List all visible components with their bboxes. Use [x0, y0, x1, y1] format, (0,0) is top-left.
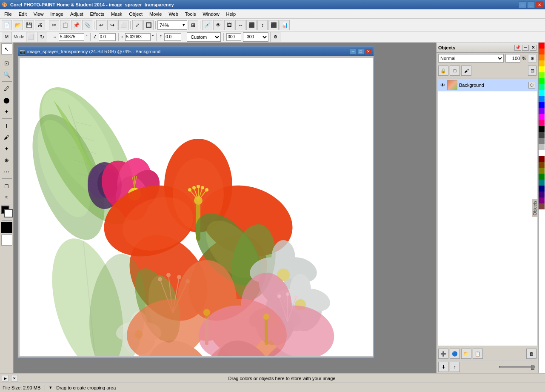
color-swatch[interactable]: [539, 90, 545, 96]
delete-layer-btn[interactable]: 🗑: [526, 349, 536, 359]
tool-selection[interactable]: ↖: [1, 43, 12, 54]
tool-print[interactable]: 🖨: [35, 20, 45, 30]
close-button[interactable]: ✕: [536, 1, 543, 8]
tool-eyedropper[interactable]: 💉: [202, 20, 212, 30]
color-swatch[interactable]: [539, 192, 545, 197]
tool-open[interactable]: 📂: [13, 20, 23, 30]
menu-mask[interactable]: Mask: [108, 9, 126, 18]
color-swatch[interactable]: [539, 60, 545, 66]
lock-transparent-btn[interactable]: □: [450, 66, 460, 76]
color-swatch[interactable]: [539, 114, 545, 120]
panel-minimize-btn[interactable]: ─: [522, 45, 529, 51]
layer-up-btn[interactable]: ↑: [450, 362, 460, 372]
maximize-button[interactable]: □: [527, 1, 535, 8]
color-swatch[interactable]: [539, 162, 545, 168]
opacity-options-btn[interactable]: ⚙: [528, 54, 536, 63]
color-swatch[interactable]: [539, 84, 545, 90]
tool-magic-wand[interactable]: ✦: [1, 106, 12, 117]
tool-redo[interactable]: ↪: [107, 20, 117, 30]
color-swatch[interactable]: [539, 78, 545, 84]
menu-object[interactable]: Object: [126, 9, 146, 18]
color-selector[interactable]: [1, 206, 13, 219]
tool-view2[interactable]: 👁: [213, 20, 223, 30]
spray-dropdown[interactable]: 300: [243, 32, 268, 42]
add-lens-btn[interactable]: 🔵: [450, 349, 460, 359]
lock-brush-btn[interactable]: 🖌: [461, 66, 471, 76]
group-btn[interactable]: 📁: [461, 349, 471, 359]
status-dropdown[interactable]: ▾: [49, 385, 52, 390]
opacity-slider[interactable]: [499, 366, 535, 368]
menu-web[interactable]: Web: [165, 9, 181, 18]
layer-options-btn[interactable]: ⊡: [528, 66, 536, 76]
menu-image[interactable]: Image: [47, 9, 67, 18]
menu-effects[interactable]: Effects: [87, 9, 108, 18]
color-swatch[interactable]: [539, 186, 545, 192]
spray-options-btn[interactable]: ⚙: [270, 32, 280, 42]
color-swatch[interactable]: [539, 138, 545, 144]
nav-stop-btn[interactable]: ✕: [11, 375, 18, 382]
lock-all-btn[interactable]: 🔒: [438, 66, 448, 76]
tool-brush-mask[interactable]: 🖊: [1, 83, 12, 94]
tool-smart[interactable]: ⋯: [1, 166, 12, 177]
preset-dropdown[interactable]: Custom: [187, 32, 221, 42]
layer-visibility-icon[interactable]: 👁: [439, 82, 445, 88]
foreground-swatch[interactable]: [1, 222, 12, 233]
tool-copy[interactable]: 📋: [60, 20, 70, 30]
opacity-slider-thumb[interactable]: [531, 365, 534, 370]
color-swatch[interactable]: [539, 180, 545, 186]
tilt-field[interactable]: [164, 33, 181, 41]
color-swatch[interactable]: [539, 150, 545, 156]
spray-value-field[interactable]: [226, 33, 241, 41]
layer-export-btn[interactable]: ⬡: [528, 82, 535, 89]
doc-minimize-btn[interactable]: ─: [350, 49, 357, 54]
menu-help[interactable]: Help: [223, 9, 240, 18]
panel-close-btn[interactable]: ✕: [530, 45, 536, 51]
color-swatch[interactable]: [539, 174, 545, 180]
copy-layer-btn[interactable]: 📋: [473, 349, 483, 359]
angle-field[interactable]: [99, 33, 116, 41]
panel-pin-btn[interactable]: 📌: [514, 45, 521, 51]
opacity-field[interactable]: 100: [505, 54, 520, 63]
color-swatch[interactable]: [539, 96, 545, 102]
color-swatch[interactable]: [539, 49, 545, 54]
menu-file[interactable]: File: [1, 9, 15, 18]
tool-smear[interactable]: ≈: [1, 192, 12, 203]
doc-close-btn[interactable]: ✕: [365, 49, 372, 54]
menu-tools[interactable]: Tools: [182, 9, 200, 18]
tool-view4[interactable]: ↔: [235, 20, 245, 30]
menu-adjust[interactable]: Adjust: [67, 9, 87, 18]
color-swatch[interactable]: [539, 120, 545, 126]
color-swatch[interactable]: [539, 203, 545, 209]
tool-paste[interactable]: 📌: [71, 20, 81, 30]
tool-lasso[interactable]: ⬤: [1, 94, 12, 106]
menu-movie[interactable]: Movie: [146, 9, 165, 18]
color-swatch[interactable]: [539, 197, 545, 203]
tool-paint[interactable]: 🖌: [1, 132, 12, 143]
mode-refresh[interactable]: ↻: [37, 32, 47, 42]
background-swatch[interactable]: [1, 235, 12, 246]
tool-cut[interactable]: ✂: [49, 20, 59, 30]
tool-text[interactable]: T: [1, 120, 12, 131]
tool-eraser[interactable]: ◻: [1, 180, 12, 191]
color-swatch[interactable]: [539, 54, 545, 60]
tool-paste2[interactable]: 📎: [82, 20, 92, 30]
color-swatch[interactable]: [539, 144, 545, 150]
tool-undo[interactable]: ↩: [96, 20, 106, 30]
tool-view6[interactable]: ↕: [257, 20, 268, 30]
color-swatch[interactable]: [539, 43, 545, 49]
panel-vertical-tab[interactable]: Objects: [532, 199, 539, 217]
tool-crop[interactable]: ⊡: [1, 57, 12, 69]
tool-dockers[interactable]: 📊: [280, 20, 290, 30]
tool-mask[interactable]: ⬜: [118, 20, 128, 30]
tool-new[interactable]: 📄: [2, 20, 12, 30]
nav-play-btn[interactable]: ▶: [2, 375, 9, 382]
tool-clone[interactable]: ⊕: [1, 155, 12, 166]
tool-view3[interactable]: 🖼: [224, 20, 234, 30]
tool-save[interactable]: 💾: [24, 20, 34, 30]
color-swatch[interactable]: [539, 156, 545, 162]
color-swatch[interactable]: [539, 126, 545, 132]
mode-select[interactable]: ⬜: [26, 32, 35, 42]
color-swatch[interactable]: [539, 108, 545, 114]
color-swatch[interactable]: [539, 102, 545, 108]
color-swatch[interactable]: [539, 66, 545, 72]
